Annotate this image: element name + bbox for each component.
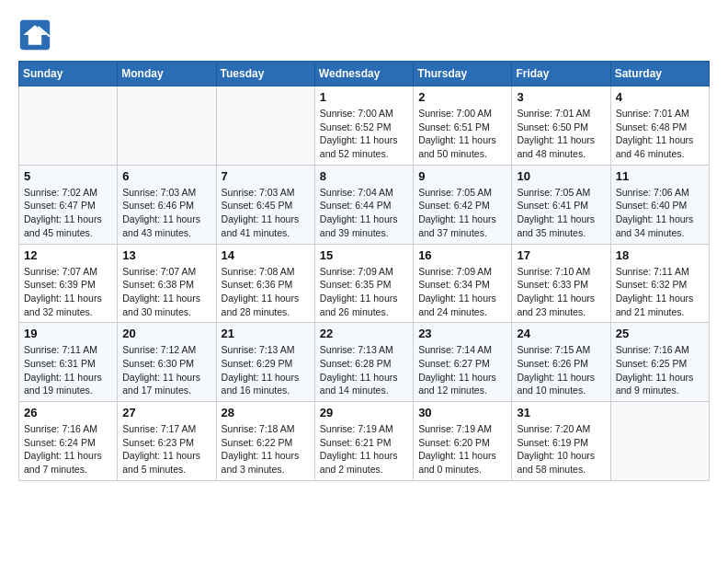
day-number: 24 bbox=[517, 327, 605, 340]
calendar-cell: 16Sunrise: 7:09 AM Sunset: 6:34 PM Dayli… bbox=[414, 244, 512, 323]
weekday-header: Sunday bbox=[19, 62, 118, 86]
day-info: Sunrise: 7:07 AM Sunset: 6:38 PM Dayligh… bbox=[122, 265, 210, 319]
day-info: Sunrise: 7:14 AM Sunset: 6:27 PM Dayligh… bbox=[418, 343, 506, 397]
page-header bbox=[18, 18, 710, 52]
day-number: 27 bbox=[122, 406, 210, 419]
day-info: Sunrise: 7:01 AM Sunset: 6:50 PM Dayligh… bbox=[517, 107, 605, 161]
calendar-cell bbox=[19, 86, 118, 166]
day-info: Sunrise: 7:00 AM Sunset: 6:51 PM Dayligh… bbox=[418, 107, 506, 161]
calendar-cell: 1Sunrise: 7:00 AM Sunset: 6:52 PM Daylig… bbox=[314, 86, 413, 166]
calendar-cell: 19Sunrise: 7:11 AM Sunset: 6:31 PM Dayli… bbox=[19, 323, 118, 402]
day-number: 28 bbox=[222, 406, 310, 419]
calendar-cell: 5Sunrise: 7:02 AM Sunset: 6:47 PM Daylig… bbox=[19, 165, 118, 244]
calendar-cell: 21Sunrise: 7:13 AM Sunset: 6:29 PM Dayli… bbox=[216, 323, 314, 402]
calendar-cell: 15Sunrise: 7:09 AM Sunset: 6:35 PM Dayli… bbox=[314, 244, 413, 323]
weekday-header: Friday bbox=[512, 62, 610, 86]
day-number: 8 bbox=[320, 169, 408, 183]
day-info: Sunrise: 7:18 AM Sunset: 6:22 PM Dayligh… bbox=[222, 422, 310, 477]
day-number: 31 bbox=[517, 406, 605, 419]
day-info: Sunrise: 7:19 AM Sunset: 6:21 PM Dayligh… bbox=[320, 422, 408, 477]
calendar-cell: 31Sunrise: 7:20 AM Sunset: 6:19 PM Dayli… bbox=[512, 402, 610, 481]
day-number: 29 bbox=[320, 406, 408, 419]
day-info: Sunrise: 7:12 AM Sunset: 6:30 PM Dayligh… bbox=[122, 343, 210, 397]
day-number: 10 bbox=[517, 169, 605, 183]
day-info: Sunrise: 7:11 AM Sunset: 6:32 PM Dayligh… bbox=[616, 265, 704, 319]
weekday-header: Thursday bbox=[414, 62, 512, 86]
day-info: Sunrise: 7:00 AM Sunset: 6:52 PM Dayligh… bbox=[320, 107, 408, 161]
day-number: 26 bbox=[24, 406, 112, 419]
weekday-header: Monday bbox=[118, 62, 216, 86]
calendar-cell: 13Sunrise: 7:07 AM Sunset: 6:38 PM Dayli… bbox=[118, 244, 216, 323]
day-number: 9 bbox=[418, 169, 506, 183]
calendar-cell: 2Sunrise: 7:00 AM Sunset: 6:51 PM Daylig… bbox=[414, 86, 512, 166]
calendar-cell bbox=[216, 86, 314, 166]
day-number: 1 bbox=[320, 90, 408, 104]
day-number: 17 bbox=[517, 248, 605, 262]
calendar-cell: 30Sunrise: 7:19 AM Sunset: 6:20 PM Dayli… bbox=[414, 402, 512, 481]
calendar-cell: 14Sunrise: 7:08 AM Sunset: 6:36 PM Dayli… bbox=[216, 244, 314, 323]
day-number: 2 bbox=[418, 90, 506, 104]
day-info: Sunrise: 7:19 AM Sunset: 6:20 PM Dayligh… bbox=[418, 422, 506, 477]
day-number: 16 bbox=[418, 248, 506, 262]
calendar-cell: 17Sunrise: 7:10 AM Sunset: 6:33 PM Dayli… bbox=[512, 244, 610, 323]
calendar-cell: 23Sunrise: 7:14 AM Sunset: 6:27 PM Dayli… bbox=[414, 323, 512, 402]
day-number: 4 bbox=[616, 90, 704, 104]
day-info: Sunrise: 7:03 AM Sunset: 6:45 PM Dayligh… bbox=[222, 186, 310, 240]
day-number: 22 bbox=[320, 327, 408, 340]
day-info: Sunrise: 7:04 AM Sunset: 6:44 PM Dayligh… bbox=[320, 186, 408, 240]
day-info: Sunrise: 7:17 AM Sunset: 6:23 PM Dayligh… bbox=[122, 422, 210, 477]
calendar-cell: 22Sunrise: 7:13 AM Sunset: 6:28 PM Dayli… bbox=[314, 323, 413, 402]
day-info: Sunrise: 7:05 AM Sunset: 6:41 PM Dayligh… bbox=[517, 186, 605, 240]
calendar-week-row: 5Sunrise: 7:02 AM Sunset: 6:47 PM Daylig… bbox=[19, 165, 710, 244]
calendar-cell: 25Sunrise: 7:16 AM Sunset: 6:25 PM Dayli… bbox=[610, 323, 709, 402]
day-number: 18 bbox=[616, 248, 704, 262]
calendar-cell: 27Sunrise: 7:17 AM Sunset: 6:23 PM Dayli… bbox=[118, 402, 216, 481]
day-number: 7 bbox=[222, 169, 310, 183]
day-info: Sunrise: 7:06 AM Sunset: 6:40 PM Dayligh… bbox=[616, 186, 704, 240]
day-number: 14 bbox=[222, 248, 310, 262]
calendar-cell: 24Sunrise: 7:15 AM Sunset: 6:26 PM Dayli… bbox=[512, 323, 610, 402]
calendar-cell: 20Sunrise: 7:12 AM Sunset: 6:30 PM Dayli… bbox=[118, 323, 216, 402]
day-info: Sunrise: 7:16 AM Sunset: 6:25 PM Dayligh… bbox=[616, 343, 704, 397]
calendar-cell: 28Sunrise: 7:18 AM Sunset: 6:22 PM Dayli… bbox=[216, 402, 314, 481]
calendar-cell: 10Sunrise: 7:05 AM Sunset: 6:41 PM Dayli… bbox=[512, 165, 610, 244]
day-info: Sunrise: 7:13 AM Sunset: 6:29 PM Dayligh… bbox=[222, 343, 310, 397]
logo bbox=[18, 18, 57, 52]
calendar-cell: 9Sunrise: 7:05 AM Sunset: 6:42 PM Daylig… bbox=[414, 165, 512, 244]
calendar-cell: 7Sunrise: 7:03 AM Sunset: 6:45 PM Daylig… bbox=[216, 165, 314, 244]
day-info: Sunrise: 7:03 AM Sunset: 6:46 PM Dayligh… bbox=[122, 186, 210, 240]
calendar-cell bbox=[118, 86, 216, 166]
day-info: Sunrise: 7:08 AM Sunset: 6:36 PM Dayligh… bbox=[222, 265, 310, 319]
day-number: 21 bbox=[222, 327, 310, 340]
calendar-cell: 29Sunrise: 7:19 AM Sunset: 6:21 PM Dayli… bbox=[314, 402, 413, 481]
day-number: 11 bbox=[616, 169, 704, 183]
day-number: 6 bbox=[122, 169, 210, 183]
calendar-cell: 18Sunrise: 7:11 AM Sunset: 6:32 PM Dayli… bbox=[610, 244, 709, 323]
calendar-week-row: 19Sunrise: 7:11 AM Sunset: 6:31 PM Dayli… bbox=[19, 323, 710, 402]
calendar-cell: 3Sunrise: 7:01 AM Sunset: 6:50 PM Daylig… bbox=[512, 86, 610, 166]
day-number: 3 bbox=[517, 90, 605, 104]
day-number: 5 bbox=[24, 169, 112, 183]
day-info: Sunrise: 7:09 AM Sunset: 6:34 PM Dayligh… bbox=[418, 265, 506, 319]
calendar-cell: 12Sunrise: 7:07 AM Sunset: 6:39 PM Dayli… bbox=[19, 244, 118, 323]
day-number: 15 bbox=[320, 248, 408, 262]
day-number: 12 bbox=[24, 248, 112, 262]
day-info: Sunrise: 7:10 AM Sunset: 6:33 PM Dayligh… bbox=[517, 265, 605, 319]
calendar-week-row: 12Sunrise: 7:07 AM Sunset: 6:39 PM Dayli… bbox=[19, 244, 710, 323]
day-info: Sunrise: 7:11 AM Sunset: 6:31 PM Dayligh… bbox=[24, 343, 112, 397]
calendar-cell: 26Sunrise: 7:16 AM Sunset: 6:24 PM Dayli… bbox=[19, 402, 118, 481]
day-info: Sunrise: 7:05 AM Sunset: 6:42 PM Dayligh… bbox=[418, 186, 506, 240]
weekday-header: Tuesday bbox=[216, 62, 314, 86]
day-info: Sunrise: 7:20 AM Sunset: 6:19 PM Dayligh… bbox=[517, 422, 605, 477]
weekday-header: Saturday bbox=[610, 62, 709, 86]
calendar-week-row: 1Sunrise: 7:00 AM Sunset: 6:52 PM Daylig… bbox=[19, 86, 710, 166]
day-info: Sunrise: 7:02 AM Sunset: 6:47 PM Dayligh… bbox=[24, 186, 112, 240]
day-info: Sunrise: 7:15 AM Sunset: 6:26 PM Dayligh… bbox=[517, 343, 605, 397]
weekday-header: Wednesday bbox=[314, 62, 413, 86]
day-info: Sunrise: 7:13 AM Sunset: 6:28 PM Dayligh… bbox=[320, 343, 408, 397]
calendar-table: SundayMondayTuesdayWednesdayThursdayFrid… bbox=[18, 61, 710, 481]
calendar-cell: 4Sunrise: 7:01 AM Sunset: 6:48 PM Daylig… bbox=[610, 86, 709, 166]
day-number: 13 bbox=[122, 248, 210, 262]
day-number: 25 bbox=[616, 327, 704, 340]
day-info: Sunrise: 7:09 AM Sunset: 6:35 PM Dayligh… bbox=[320, 265, 408, 319]
